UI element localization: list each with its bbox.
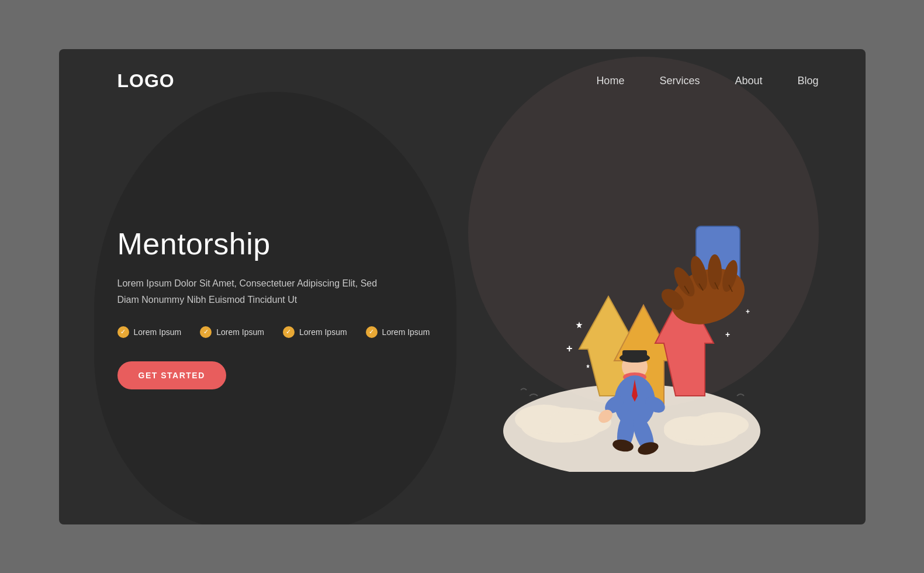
check-icon-4: ✓ [366, 326, 378, 338]
nav-about[interactable]: About [735, 75, 762, 87]
svg-rect-29 [622, 350, 647, 360]
illustration: + + + [486, 144, 778, 472]
svg-marker-12 [586, 364, 590, 368]
checklist-label-1: Lorem Ipsum [134, 327, 182, 337]
checklist-label-3: Lorem Ipsum [299, 327, 347, 337]
checklist: ✓ Lorem Ipsum ✓ Lorem Ipsum ✓ Lorem Ipsu… [117, 326, 445, 338]
check-icon-3: ✓ [283, 326, 295, 338]
checklist-item-2: ✓ Lorem Ipsum [200, 326, 264, 338]
svg-text:+: + [746, 308, 750, 316]
page-wrapper: LOGO Home Services About Blog Mentorship… [59, 49, 866, 524]
checklist-label-4: Lorem Ipsum [382, 327, 430, 337]
hero-title: Mentorship [117, 226, 445, 261]
hero-description: Lorem Ipsum Dolor Sit Amet, Consectetuer… [117, 275, 386, 307]
main-content: Mentorship Lorem Ipsum Dolor Sit Amet, C… [59, 103, 866, 524]
logo: LOGO [117, 70, 175, 92]
checklist-item-4: ✓ Lorem Ipsum [366, 326, 430, 338]
get-started-button[interactable]: GET STARTED [117, 361, 226, 389]
svg-text:+: + [566, 343, 573, 354]
right-illustration: + + + [445, 127, 819, 489]
check-icon-1: ✓ [117, 326, 129, 338]
checklist-item-1: ✓ Lorem Ipsum [117, 326, 182, 338]
checklist-label-2: Lorem Ipsum [216, 327, 264, 337]
svg-point-6 [664, 416, 717, 440]
nav-services[interactable]: Services [659, 75, 700, 87]
nav-blog[interactable]: Blog [797, 75, 818, 87]
illustration-svg: + + + [486, 144, 778, 472]
header: LOGO Home Services About Blog [59, 49, 866, 103]
svg-point-20 [708, 254, 722, 289]
check-icon-2: ✓ [200, 326, 212, 338]
svg-marker-10 [576, 322, 582, 328]
svg-text:+: + [725, 330, 730, 339]
checklist-item-3: ✓ Lorem Ipsum [283, 326, 347, 338]
nav-home[interactable]: Home [596, 75, 624, 87]
nav: Home Services About Blog [596, 75, 818, 87]
left-content: Mentorship Lorem Ipsum Dolor Sit Amet, C… [117, 226, 445, 389]
